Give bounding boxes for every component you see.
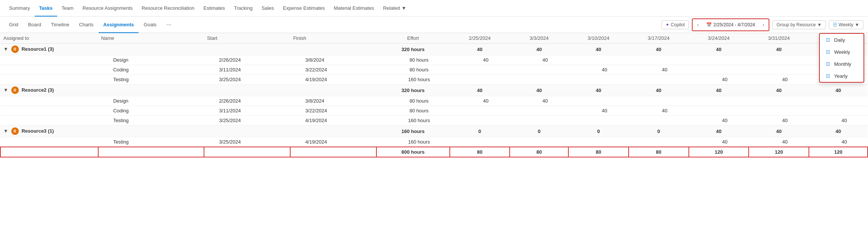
subnav-assignments[interactable]: Assignments [99,17,139,33]
subnav-goals[interactable]: Goals [139,17,161,33]
nav-resource-assignments[interactable]: Resource Assignments [78,0,137,17]
resource-weekly-1: 40 [510,85,568,96]
resource-row: ▼ R Resource1 (3) 320 hours 404040404040… [0,44,868,55]
task-weekly-4 [689,96,749,106]
task-weekly-6 [809,96,868,106]
table-row: Design 2/26/2024 3/8/2024 80 hours 4040 [0,55,868,65]
col-header-date-5: 3/31/2024 [749,33,809,44]
task-weekly-4 [689,55,749,65]
resource-weekly-3: 40 [629,44,689,55]
task-weekly-2 [568,75,629,85]
task-effort-cell: 160 hours [376,116,450,126]
dropdown-daily[interactable]: ☷ Daily [820,34,863,46]
resource-row: ▼ R Resource2 (3) 320 hours 404040404040… [0,85,868,96]
nav-related[interactable]: Related ▼ [379,0,411,17]
dropdown-yearly-label: Yearly [834,73,848,79]
nav-summary[interactable]: Summary [5,0,35,17]
resource-weekly-5: 40 [749,85,809,96]
dropdown-yearly[interactable]: ☷ Yearly [820,70,863,82]
date-range-label: 📅 2/25/2024 - 4/7/2024 [703,22,758,27]
nav-tasks[interactable]: Tasks [35,0,57,17]
date-next-button[interactable]: › [758,19,769,30]
resource-weekly-4: 40 [689,126,749,137]
task-weekly-5 [749,96,809,106]
nav-team[interactable]: Team [57,0,78,17]
nav-sales[interactable]: Sales [257,0,279,17]
collapse-icon[interactable]: ▼ [3,46,8,52]
chevron-down-icon: ▼ [401,5,406,11]
collapse-icon[interactable]: ▼ [3,87,8,93]
col-header-date-3: 3/17/2024 [629,33,689,44]
resource-start-cell [204,85,290,96]
subnav-more[interactable]: ⋯ [162,17,176,33]
col-header-finish: Finish [290,33,376,44]
task-name-cell: Design [98,55,204,65]
task-weekly-5: 40 [749,137,809,147]
total-weekly-0: 80 [450,147,510,157]
dropdown-weekly[interactable]: ☷ Weekly [820,46,863,58]
resource-avatar: R [11,86,19,94]
table-row: Testing 3/25/2024 4/19/2024 160 hours 40… [0,75,868,85]
total-weekly-3: 80 [629,147,689,157]
task-weekly-3 [629,116,689,126]
nav-resource-reconciliation[interactable]: Resource Reconciliation [137,0,199,17]
task-name-cell: Coding [98,65,204,75]
task-weekly-3 [629,55,689,65]
collapse-icon[interactable]: ▼ [3,128,8,134]
resource-name: Resource2 (3) [21,87,54,93]
task-finish-cell: 3/8/2024 [290,55,376,65]
subnav-board[interactable]: Board [24,17,46,33]
task-weekly-0 [450,65,510,75]
calendar-icon: ☷ [825,61,831,67]
group-by-button[interactable]: Group by Resource ▼ [772,20,826,29]
resource-effort-cell: 320 hours [376,44,450,55]
total-name-cell [98,147,204,157]
subnav-grid[interactable]: Grid [5,17,23,33]
copilot-label: Copilot [671,22,685,27]
task-weekly-1 [510,75,568,85]
resource-weekly-2: 40 [568,44,629,55]
sub-navigation: Grid Board Timeline Charts Assignments G… [0,17,868,33]
task-assigned-cell [0,106,98,116]
group-by-label: Group by Resource [777,22,816,27]
task-finish-cell: 4/19/2024 [290,75,376,85]
resource-effort-cell: 320 hours [376,85,450,96]
subnav-timeline[interactable]: Timeline [46,17,74,33]
total-weekly-4: 120 [689,147,749,157]
subnav-charts[interactable]: Charts [75,17,98,33]
resource-row: ▼ R Resource3 (1) 160 hours 0000404040 [0,126,868,137]
resource-weekly-3: 0 [629,126,689,137]
task-weekly-3 [629,96,689,106]
task-finish-cell: 4/19/2024 [290,116,376,126]
task-weekly-1 [510,137,568,147]
nav-estimates[interactable]: Estimates [199,0,229,17]
resource-name-cell [98,44,204,55]
weekly-button[interactable]: ☷ Weekly ▼ [829,20,863,29]
resource-start-cell [204,126,290,137]
col-header-date-0: 2/25/2024 [450,33,510,44]
task-effort-cell: 80 hours [376,106,450,116]
nav-expense-estimates[interactable]: Expense Estimates [278,0,329,17]
resource-effort-cell: 160 hours [376,126,450,137]
table-row: Coding 3/11/2024 3/22/2024 80 hours 4040 [0,106,868,116]
date-prev-button[interactable]: ‹ [693,19,703,30]
resource-name: Resource3 (1) [21,128,54,134]
task-weekly-2 [568,116,629,126]
copilot-button[interactable]: ✦ Copilot [661,20,689,29]
dropdown-monthly[interactable]: ☷ Monthly [820,58,863,70]
nav-tracking[interactable]: Tracking [230,0,257,17]
col-header-start: Start [204,33,290,44]
table-row: Design 2/26/2024 3/8/2024 80 hours 4040 [0,96,868,106]
top-navigation: Summary Tasks Team Resource Assignments … [0,0,868,17]
task-weekly-1 [510,65,568,75]
resource-assigned-cell: ▼ R Resource2 (3) [0,85,98,96]
dropdown-weekly-label: Weekly [834,49,850,55]
task-effort-cell: 80 hours [376,55,450,65]
nav-material-estimates[interactable]: Material Estimates [329,0,379,17]
total-start-cell [204,147,290,157]
col-header-assigned-to: Assigned to [0,33,98,44]
resource-finish-cell [290,85,376,96]
task-weekly-5 [749,55,809,65]
task-weekly-2: 40 [568,106,629,116]
resource-name: Resource1 (3) [21,46,54,52]
